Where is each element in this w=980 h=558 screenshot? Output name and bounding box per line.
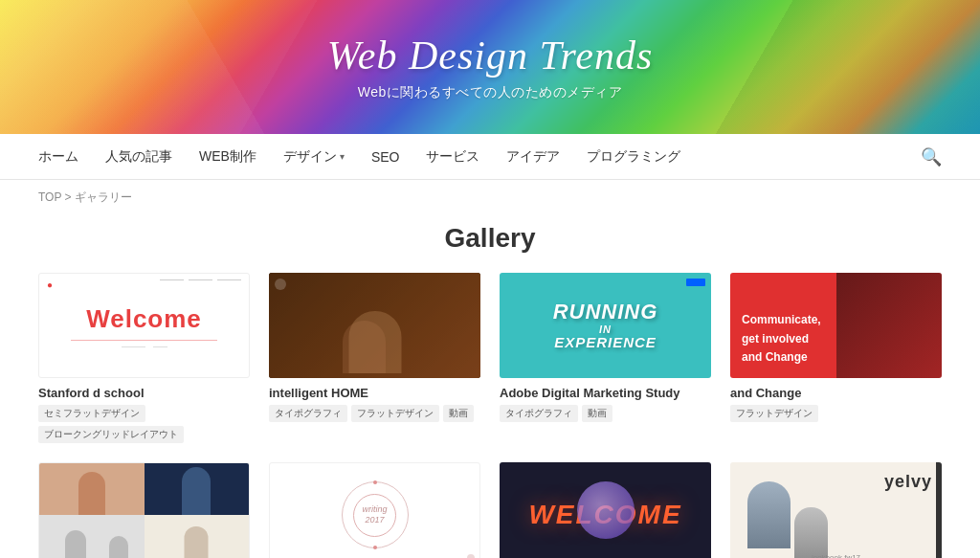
gallery-grid: ● Welcome Stanford d school セミフラットデザインブロ… <box>0 273 980 558</box>
breadcrumb: TOP > ギャラリー <box>0 180 980 215</box>
tag-list: セミフラットデザインブロークングリッドレイアウト <box>38 405 250 443</box>
hero-subtitle: Webに関わるすべての人のためのメディア <box>358 84 623 101</box>
gallery-item-title: Stanford d school <box>38 386 250 400</box>
thumb-orb <box>577 481 635 539</box>
thumb-home <box>269 273 480 378</box>
breadcrumb-current: ギャラリー <box>75 190 132 204</box>
gallery-item[interactable]: ● Welcome Stanford d school セミフラットデザインブロ… <box>38 273 250 443</box>
gallery-item[interactable]: Communicate,get involvedand Change and C… <box>730 273 942 443</box>
gallery-item[interactable]: yelvy lookbook fw17 <box>730 462 942 558</box>
tag: ブロークングリッドレイアウト <box>38 426 184 443</box>
main-nav: ホーム人気の記事WEB制作デザイン ▾SEOサービスアイデアプログラミング 🔍 <box>0 134 980 180</box>
nav-item[interactable]: SEO <box>371 149 400 165</box>
yelvy-figure <box>747 481 791 548</box>
thumb-change: Communicate,get involvedand Change <box>730 273 942 378</box>
breadcrumb-top[interactable]: TOP <box>38 190 61 204</box>
tag: フラットデザイン <box>730 405 818 422</box>
gallery-item-title: intelligent HOME <box>269 386 480 400</box>
nav-item[interactable]: プログラミング <box>587 148 680 166</box>
page-title: Gallery <box>0 223 980 254</box>
nav-item[interactable]: デザイン ▾ <box>283 148 345 166</box>
thumb-yelvy: yelvy lookbook fw17 <box>730 462 942 558</box>
tag: 動画 <box>443 405 474 422</box>
tag: タイポグラフィ <box>269 405 347 422</box>
gallery-item-title: and Change <box>730 386 942 400</box>
tag: フラットデザイン <box>351 405 439 422</box>
search-icon[interactable]: 🔍 <box>921 146 942 167</box>
chevron-down-icon: ▾ <box>340 151 345 162</box>
tag: セミフラットデザイン <box>38 405 145 422</box>
tag-list: タイポグラフィフラットデザイン動画 <box>269 405 480 422</box>
yelvy-figure2 <box>794 507 828 558</box>
nav-item[interactable]: アイデア <box>506 148 560 166</box>
thumb-adobe: Running in EXPERIENCE <box>500 273 711 378</box>
gallery-item[interactable]: WELCOME <box>500 462 711 558</box>
yelvy-brand: yelvy <box>884 472 932 492</box>
thumb-circular: writing2017 <box>269 462 480 558</box>
thumb-logo: ● <box>47 279 53 290</box>
nav-links: ホーム人気の記事WEB制作デザイン ▾SEOサービスアイデアプログラミング <box>38 148 680 166</box>
yelvy-label: lookbook fw17 <box>730 553 942 558</box>
breadcrumb-separator: > <box>61 190 75 204</box>
thumb-fashion <box>38 462 250 558</box>
gallery-item[interactable] <box>38 462 250 558</box>
tag: タイポグラフィ <box>500 405 578 422</box>
nav-item[interactable]: ホーム <box>38 148 78 166</box>
nav-item[interactable]: サービス <box>426 148 479 166</box>
thumb-welcome-dark: WELCOME <box>500 462 711 558</box>
circular-inner: writing2017 <box>353 494 396 537</box>
thumb-change-text: Communicate,get involvedand Change <box>742 311 821 367</box>
nav-item[interactable]: 人気の記事 <box>105 148 172 166</box>
gallery-item[interactable]: intelligent HOME タイポグラフィフラットデザイン動画 <box>269 273 480 443</box>
nav-item[interactable]: WEB制作 <box>199 148 256 166</box>
gallery-item[interactable]: writing2017 <box>269 462 480 558</box>
thumb-adobe-text: Running in EXPERIENCE <box>553 301 658 351</box>
gallery-item-title: Adobe Digital Marketing Study <box>500 386 711 400</box>
gallery-item[interactable]: Running in EXPERIENCE Adobe Digital Mark… <box>500 273 711 443</box>
circular-design: writing2017 <box>342 481 409 548</box>
tag-list: タイポグラフィ動画 <box>500 405 711 422</box>
tag: 動画 <box>582 405 612 422</box>
thumb-welcome-text: Welcome <box>86 304 202 334</box>
tag-list: フラットデザイン <box>730 405 942 422</box>
hero-title: Web Design Trends <box>327 33 654 78</box>
hero-section: Web Design Trends Webに関わるすべての人のためのメディア <box>0 0 980 134</box>
